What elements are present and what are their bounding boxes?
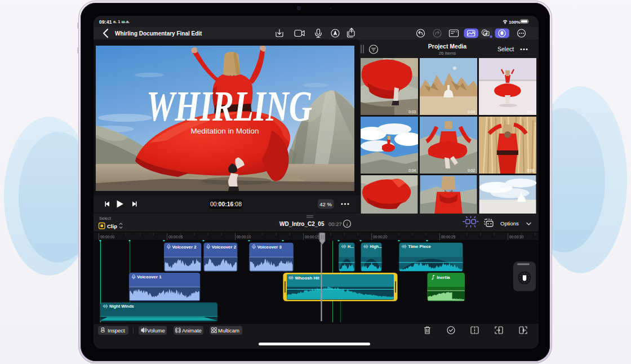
svg-text:i: i xyxy=(346,221,348,227)
svg-text:WD_Intro_C2_05: WD_Intro_C2_05 xyxy=(279,221,325,227)
svg-text:0:09: 0:09 xyxy=(468,110,475,114)
svg-text:Whoosh Hit: Whoosh Hit xyxy=(295,276,320,281)
svg-text:Options: Options xyxy=(500,220,519,227)
svg-text:Animate: Animate xyxy=(182,327,202,334)
svg-text:00:00:20: 00:00:20 xyxy=(373,235,388,239)
svg-text:00:00:30: 00:00:30 xyxy=(509,235,524,239)
svg-text:0:10: 0:10 xyxy=(527,110,534,114)
svg-text:Clip: Clip xyxy=(107,223,117,229)
svg-text:Select: Select xyxy=(497,46,514,52)
svg-text:0:06: 0:06 xyxy=(527,168,534,172)
svg-text:High...: High... xyxy=(370,245,381,249)
svg-text:Select: Select xyxy=(99,216,112,221)
svg-text:0:04: 0:04 xyxy=(408,168,416,172)
svg-text:26 Items: 26 Items xyxy=(439,51,456,56)
svg-text:0:03: 0:03 xyxy=(408,110,416,114)
svg-text:42 %: 42 % xyxy=(319,201,332,207)
svg-text:Meditation in Motion: Meditation in Motion xyxy=(191,127,259,135)
svg-text:00:00:25: 00:00:25 xyxy=(441,235,456,239)
svg-text:00:27: 00:27 xyxy=(328,221,342,227)
svg-text:00:00:10: 00:00:10 xyxy=(237,235,251,239)
svg-text:Volume: Volume xyxy=(147,327,165,334)
svg-text:00:00:00: 00:00:00 xyxy=(100,235,115,239)
svg-text:WHIRLING: WHIRLING xyxy=(146,82,312,130)
svg-text:Project Media: Project Media xyxy=(428,43,466,50)
svg-text:Whirling Documentary Final Edi: Whirling Documentary Final Edit xyxy=(115,30,202,37)
svg-text:H...: H... xyxy=(348,245,354,248)
svg-text:00:00:05: 00:00:05 xyxy=(168,235,183,239)
svg-text:Voiceover 1: Voiceover 1 xyxy=(137,274,162,279)
svg-text:Voiceover 2: Voiceover 2 xyxy=(212,245,237,250)
svg-text:Voiceover 2: Voiceover 2 xyxy=(172,245,197,250)
svg-text:100%: 100% xyxy=(509,20,520,25)
svg-text:00:00:16:08: 00:00:16:08 xyxy=(210,201,242,207)
svg-text:0:02: 0:02 xyxy=(468,168,475,172)
svg-text:Voiceover 3: Voiceover 3 xyxy=(257,245,282,250)
svg-text:Multicam: Multicam xyxy=(218,327,239,334)
svg-text:Inspect: Inspect xyxy=(108,327,125,334)
svg-text:Time Piece: Time Piece xyxy=(408,244,431,249)
svg-text:Night Winds: Night Winds xyxy=(109,304,134,309)
svg-text:Inertia: Inertia xyxy=(437,275,450,280)
